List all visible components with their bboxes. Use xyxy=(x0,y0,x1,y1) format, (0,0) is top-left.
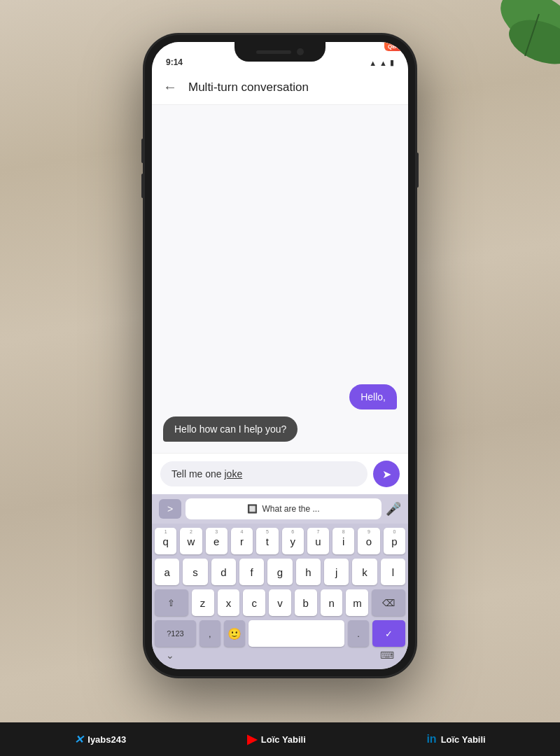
keyboard-row-4: ?123 , 🙂 . ✓ xyxy=(155,620,405,647)
keyboard-suggestion-bar: > 🔲 What are the ... 🎤 xyxy=(152,494,408,524)
keyboard-row-3: ⇧ z x c v b n m ⌫ xyxy=(155,589,405,616)
chevron-down-icon[interactable]: ⌄ xyxy=(166,650,174,661)
message-input-bar: Tell me one joke ➤ xyxy=(152,453,408,494)
volume-up-button xyxy=(141,139,144,163)
footer-youtube[interactable]: ▶ Loïc Yabili xyxy=(247,732,306,747)
key-h[interactable]: h xyxy=(296,559,321,585)
confirm-icon: ✓ xyxy=(385,629,393,639)
key-m[interactable]: m xyxy=(346,589,368,616)
debug-badge: QBUG xyxy=(384,42,408,51)
expand-suggestions-button[interactable]: > xyxy=(159,499,181,519)
battery-icon: ▮ xyxy=(390,58,394,67)
comma-key[interactable]: , xyxy=(200,620,220,647)
footer-linkedin[interactable]: in Loïc Yabili xyxy=(426,733,485,746)
shift-key[interactable]: ⇧ xyxy=(155,589,188,616)
status-time: 9:14 xyxy=(166,57,183,67)
twitter-label: Iyabs243 xyxy=(88,734,126,745)
volume-down-button xyxy=(141,174,144,198)
emoji-icon: 🙂 xyxy=(227,627,241,640)
youtube-icon: ▶ xyxy=(247,732,257,747)
user-message-text: Hello, xyxy=(360,391,386,402)
footer-twitter[interactable]: ✕ Iyabs243 xyxy=(74,733,126,746)
key-c[interactable]: c xyxy=(243,589,265,616)
speaker xyxy=(256,50,291,54)
signal-icon: ▲ xyxy=(379,59,387,67)
suggestion-chip-text: What are the ... xyxy=(262,504,319,514)
phone-device: QBUG 9:14 ▲ ▲ ▮ ← Multi-turn conversatio… xyxy=(144,34,416,678)
chat-area: Hello, Hello how can I help you? xyxy=(152,105,408,453)
wifi-icon: ▲ xyxy=(369,59,377,67)
key-v[interactable]: v xyxy=(269,589,291,616)
key-k[interactable]: k xyxy=(352,559,377,585)
phone-screen: QBUG 9:14 ▲ ▲ ▮ ← Multi-turn conversatio… xyxy=(152,42,408,669)
keyboard-row-1: 1q 2w 3e 4r 5t 6y 7u 8i 9o 0p xyxy=(155,528,405,554)
footer-bar: ✕ Iyabs243 ▶ Loïc Yabili in Loïc Yabili xyxy=(0,722,560,756)
expand-icon: > xyxy=(167,503,173,514)
key-l[interactable]: l xyxy=(381,559,405,585)
youtube-label: Loïc Yabili xyxy=(261,734,306,745)
underlined-word: joke xyxy=(224,468,242,479)
screen-title: Multi-turn conversation xyxy=(188,80,309,94)
keyboard-bottom-bar: ⌄ ⌨ xyxy=(155,647,405,666)
key-r[interactable]: 4r xyxy=(231,528,253,554)
emoji-key[interactable]: 🙂 xyxy=(224,620,245,647)
send-icon: ➤ xyxy=(382,468,391,481)
leaf-decoration xyxy=(476,0,560,91)
key-q[interactable]: 1q xyxy=(155,528,176,554)
period-key[interactable]: . xyxy=(348,620,369,647)
send-button[interactable]: ➤ xyxy=(373,461,400,487)
keyboard: 1q 2w 3e 4r 5t 6y 7u 8i 9o 0p a s d f xyxy=(152,524,408,669)
suggestion-chip[interactable]: 🔲 What are the ... xyxy=(186,498,382,519)
front-camera xyxy=(297,48,304,55)
back-button[interactable]: ← xyxy=(163,79,177,95)
key-g[interactable]: g xyxy=(267,559,292,585)
power-button xyxy=(416,153,419,188)
key-e[interactable]: 3e xyxy=(206,528,227,554)
user-message: Hello, xyxy=(349,384,397,410)
status-icons: ▲ ▲ ▮ xyxy=(369,58,394,67)
key-b[interactable]: b xyxy=(295,589,317,616)
numbers-key[interactable]: ?123 xyxy=(155,620,196,647)
microphone-icon[interactable]: 🎤 xyxy=(386,501,401,517)
key-o[interactable]: 9o xyxy=(358,528,379,554)
key-p[interactable]: 0p xyxy=(384,528,405,554)
keyboard-row-2: a s d f g h j k l xyxy=(155,559,405,585)
message-input[interactable]: Tell me one joke xyxy=(160,461,368,486)
delete-key[interactable]: ⌫ xyxy=(372,589,405,616)
app-header: ← Multi-turn conversation xyxy=(152,70,408,105)
key-i[interactable]: 8i xyxy=(332,528,354,554)
key-z[interactable]: z xyxy=(192,589,214,616)
period-label: . xyxy=(357,629,360,639)
key-a[interactable]: a xyxy=(155,559,179,585)
chat-spacer xyxy=(163,116,397,377)
key-y[interactable]: 6y xyxy=(282,528,304,554)
key-u[interactable]: 7u xyxy=(307,528,329,554)
ai-message-text: Hello how can I help you? xyxy=(174,424,286,435)
ai-message: Hello how can I help you? xyxy=(163,416,298,442)
twitter-icon: ✕ xyxy=(74,733,83,746)
linkedin-label: Loïc Yabili xyxy=(441,734,486,745)
key-t[interactable]: 5t xyxy=(256,528,278,554)
key-s[interactable]: s xyxy=(183,559,207,585)
key-d[interactable]: d xyxy=(211,559,236,585)
keyboard-switch-icon[interactable]: ⌨ xyxy=(380,650,394,661)
key-x[interactable]: x xyxy=(218,589,240,616)
suggestion-chip-icon: 🔲 xyxy=(247,504,258,514)
notch xyxy=(234,42,326,62)
linkedin-icon: in xyxy=(426,733,436,746)
key-f[interactable]: f xyxy=(239,559,264,585)
delete-icon: ⌫ xyxy=(382,598,395,608)
confirm-key[interactable]: ✓ xyxy=(372,620,405,647)
key-j[interactable]: j xyxy=(324,559,349,585)
key-n[interactable]: n xyxy=(321,589,343,616)
key-w[interactable]: 2w xyxy=(180,528,202,554)
numbers-label: ?123 xyxy=(167,629,183,638)
space-key[interactable] xyxy=(248,620,344,647)
comma-label: , xyxy=(209,629,211,639)
shift-icon: ⇧ xyxy=(167,598,175,608)
